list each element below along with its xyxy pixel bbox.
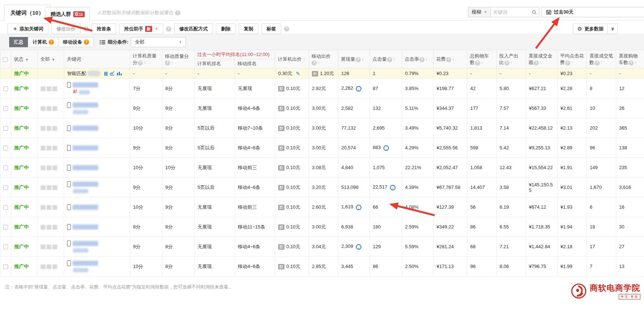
grab-first-button[interactable]: 抢首条 [92,23,116,34]
col-imp[interactable]: 展现量?↑ [338,50,370,68]
col-roi[interactable]: 投入产出比?↑ [497,50,526,68]
filter-caret-icon[interactable]: ▼ [52,58,55,62]
match-mode-select[interactable]: 模糊 ▼ [468,7,491,17]
tab-audience[interactable]: 精选人群 双11 [45,7,90,21]
help-icon[interactable]: ? [166,26,171,31]
help-icon[interactable]: ? [419,57,424,62]
date-range-picker[interactable]: 过去30天 [541,7,644,17]
help-icon[interactable]: ? [446,57,451,62]
row-checkbox[interactable] [3,264,8,269]
default-bid-badge: 默 [278,224,284,230]
row-checkbox[interactable] [3,205,8,210]
tab-keywords[interactable]: 关键词（10） [4,5,50,21]
help-icon[interactable]: ? [504,60,509,66]
col-orders[interactable]: 直接成交笔数?↑ [587,50,616,68]
sort-icon[interactable]: ↑ [361,56,364,62]
col-pc_score[interactable]: 计算机质量分?↑ [130,50,162,68]
sort-icon[interactable]: ↑ [317,60,320,65]
trend-drop-icon[interactable]: ↓ [390,185,395,190]
row-checkbox[interactable] [3,165,8,170]
row-checkbox[interactable] [3,126,8,131]
help-icon[interactable]: ? [49,40,54,45]
col-cpc[interactable]: 平均点击花费?↑ [557,50,587,68]
trend-drop-icon[interactable]: ↓ [356,205,361,210]
col-cost[interactable]: 花费?↑ [434,50,467,68]
sort-icon[interactable]: ↑ [393,56,395,62]
sort-icon[interactable]: ↑ [481,60,483,65]
grab-assistant-button[interactable]: 抢位助手 新 ▼ [119,23,163,34]
search-input[interactable] [493,10,530,15]
search-icon[interactable] [532,10,537,15]
col-amount[interactable]: 直接成交金额?↑ [526,50,557,68]
delete-button[interactable]: 删除 [216,23,236,34]
sort-icon[interactable]: ↑ [452,56,455,62]
filter-caret-icon[interactable]: ▼ [25,58,29,62]
col-mb_score[interactable]: 移动质量分?↑ [162,50,195,68]
help-icon[interactable]: ? [387,57,392,62]
more-data-button[interactable]: ⚙ 更多数据 [573,23,608,34]
add-keyword-button[interactable]: ＋ 添加关键词 [7,23,48,34]
col-mb_bid[interactable]: 移动出价?↑ [309,50,338,68]
row-checkbox[interactable] [3,106,8,111]
sort-icon[interactable]: ↑ [600,60,603,65]
col-mb_rank[interactable]: 移动排名 [235,59,275,68]
help-icon[interactable]: ? [595,60,600,66]
col-carts[interactable]: 总购物车数?↑ [467,50,497,68]
help-icon[interactable]: ? [84,26,89,31]
row-checkbox[interactable] [3,185,8,190]
col-dcarts[interactable]: 直接购物车数?↑ [616,50,644,68]
help-icon[interactable]: ? [138,60,143,66]
row-checkbox[interactable] [3,225,8,230]
segment-mobile[interactable]: 移动设备 ? [58,37,94,47]
cell-impressions-value: 2,582 [341,105,353,111]
sort-icon[interactable]: ↑ [303,56,305,62]
select-all-checkbox[interactable] [3,57,8,62]
modify-match-button[interactable]: 修改匹配方式 [174,23,213,34]
help-icon[interactable]: ? [356,57,361,62]
keyword-search-box[interactable] [491,7,539,17]
bar-chart-icon[interactable] [117,71,122,77]
sort-icon[interactable]: ↑ [171,60,173,65]
sort-icon[interactable]: ↑ [510,60,513,65]
help-icon[interactable]: ? [629,60,634,66]
help-icon[interactable]: ? [175,10,180,15]
trend-drop-icon[interactable]: ↓ [356,244,361,250]
help-icon[interactable]: ? [475,60,480,66]
help-icon[interactable]: ? [284,26,289,31]
pause-icon[interactable] [104,72,107,76]
sort-icon[interactable]: ↑ [144,60,146,65]
row-checkbox[interactable] [3,86,8,91]
trend-drop-icon[interactable]: ↓ [383,145,389,151]
col-clk[interactable]: 点击量?↑ [370,50,402,68]
col-kw[interactable]: 关键词↑ [64,50,130,68]
col-status[interactable]: 状态▼ [11,50,38,68]
help-icon[interactable]: ? [312,60,317,66]
sort-icon[interactable]: ↑ [425,56,428,62]
sort-icon[interactable]: ↑ [82,56,85,62]
sort-icon[interactable]: ↑ [634,60,637,65]
segment-computer[interactable]: 计算机 ? [28,37,59,47]
more-data-expand-button[interactable]: ∨ [608,23,618,34]
help-icon[interactable]: ? [565,60,570,66]
sort-icon[interactable]: ↑ [571,60,574,65]
row-checkbox[interactable] [3,245,8,249]
col-pc_rank[interactable]: 计算机排名 [195,59,235,68]
row-checkbox[interactable] [3,146,8,150]
modify-bid-button[interactable]: 修改出价 [51,23,81,34]
edit-bid-icon[interactable]: ✎ [296,71,300,77]
help-icon[interactable]: ? [84,40,89,45]
col-sel[interactable] [0,50,11,68]
col-all[interactable]: 全部▼ [38,50,64,68]
tag-button[interactable]: 标签 [261,23,281,34]
help-icon[interactable]: ? [165,60,170,66]
trend-drop-icon[interactable]: ↓ [356,86,361,92]
segment-summary[interactable]: 汇总 [9,37,28,47]
col-ctr[interactable]: 点击率?↑ [402,50,434,68]
trend-chart-icon[interactable] [110,71,115,77]
filter-select[interactable]: 全部 ▼ [131,37,186,47]
cell-pc-bid: 默0.10元 [275,158,309,178]
col-pc_bid[interactable]: 计算机出价↑ [275,50,309,68]
help-icon[interactable]: ? [534,60,539,66]
copy-button[interactable]: 复制 [239,23,258,34]
sort-icon[interactable]: ↑ [540,60,542,65]
